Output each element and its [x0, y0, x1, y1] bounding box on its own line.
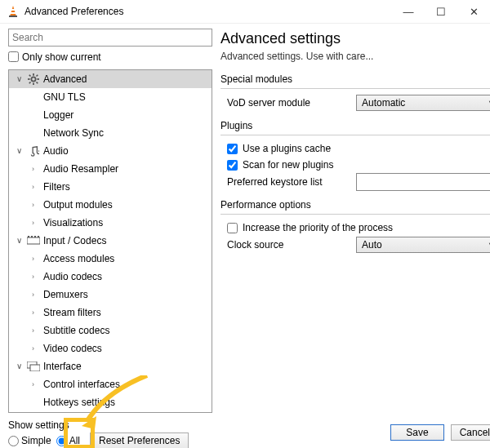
only-show-current-box[interactable]	[8, 51, 19, 62]
tree-audio-resampler[interactable]: ›Audio Resampler	[9, 160, 212, 178]
tree-label: Demuxers	[43, 289, 88, 300]
tree-visualizations[interactable]: ›Visualizations	[9, 214, 212, 232]
svg-line-12	[29, 82, 31, 83]
svg-rect-1	[11, 9, 16, 11]
tree-label: Control interfaces	[43, 379, 120, 390]
tree-label: Logger	[43, 109, 74, 121]
tree-main-interfaces[interactable]: ›Main interfaces	[9, 411, 212, 412]
tree-advanced[interactable]: ∨ Advanced	[9, 70, 212, 88]
settings-tree[interactable]: ∨ Advanced GNU TLS Logger Network Sync ∨…	[8, 69, 212, 413]
tree-demuxers[interactable]: ›Demuxers	[9, 286, 212, 304]
svg-rect-2	[11, 12, 16, 14]
maximize-button[interactable]: ☐	[425, 0, 457, 23]
svg-rect-16	[34, 236, 36, 237]
cancel-button[interactable]: Cancel	[451, 424, 490, 441]
scan-new-plugins-checkbox[interactable]: Scan for new plugins	[220, 157, 490, 173]
svg-point-4	[31, 77, 35, 81]
radio-all[interactable]: All	[56, 435, 80, 446]
tree-audio[interactable]: ∨ Audio	[9, 142, 212, 160]
tree-label: Input / Codecs	[43, 235, 106, 246]
tree-network-sync[interactable]: Network Sync	[9, 124, 212, 142]
tree-label: Subtitle codecs	[43, 325, 109, 336]
vod-server-select[interactable]: Automatic ▼	[356, 95, 490, 111]
tree-label: Audio	[43, 145, 69, 157]
gear-icon	[27, 73, 40, 85]
increase-priority-checkbox[interactable]: Increase the priority of the process	[220, 220, 490, 236]
checkbox-label: Increase the priority of the process	[243, 222, 393, 233]
panel-heading: Advanced settings	[220, 30, 490, 47]
tree-label: Stream filters	[43, 307, 101, 318]
svg-rect-17	[38, 236, 39, 237]
film-icon	[27, 236, 40, 246]
tree-output-modules[interactable]: ›Output modules	[9, 196, 212, 214]
svg-line-9	[29, 74, 31, 76]
tree-input-codecs[interactable]: ∨ Input / Codecs	[9, 232, 212, 250]
tree-subtitle-codecs[interactable]: ›Subtitle codecs	[9, 322, 212, 339]
tree-label: Access modules	[43, 253, 114, 264]
tree-label: Video codecs	[43, 343, 102, 354]
select-value: Auto	[362, 239, 382, 251]
group-plugins: Plugins	[220, 120, 490, 131]
svg-line-10	[37, 82, 38, 83]
tree-video-codecs[interactable]: ›Video codecs	[9, 339, 212, 357]
tree-label: Audio codecs	[43, 271, 102, 282]
tree-interface[interactable]: ∨ Interface	[9, 357, 212, 375]
app-icon	[7, 5, 20, 18]
vod-label: VoD server module	[220, 97, 350, 109]
svg-rect-13	[27, 237, 40, 244]
use-plugins-cache-checkbox[interactable]: Use a plugins cache	[220, 140, 490, 157]
svg-rect-19	[30, 365, 40, 371]
reset-preferences-button[interactable]: Reset Preferences	[90, 432, 189, 448]
tree-label: Audio Resampler	[43, 163, 118, 175]
group-performance: Performance options	[220, 199, 490, 211]
search-input[interactable]	[8, 29, 212, 47]
tree-logger[interactable]: Logger	[9, 106, 212, 124]
checkbox-label: Use a plugins cache	[243, 143, 331, 154]
svg-rect-14	[28, 236, 29, 237]
tree-access-modules[interactable]: ›Access modules	[9, 250, 212, 268]
tree-label: Output modules	[43, 199, 113, 211]
only-show-current-label: Only show current	[22, 51, 101, 63]
select-value: Automatic	[362, 97, 405, 109]
svg-rect-15	[31, 236, 33, 237]
minimize-button[interactable]: —	[392, 0, 425, 23]
tree-label: Filters	[43, 181, 70, 193]
tree-control-interfaces[interactable]: ›Control interfaces	[9, 375, 212, 393]
titlebar: Advanced Preferences — ☐ ✕	[0, 0, 490, 24]
checkbox-label: Scan for new plugins	[243, 159, 333, 171]
group-special-modules: Special modules	[220, 73, 490, 85]
preferred-keystore-input[interactable]	[356, 173, 490, 191]
radio-simple[interactable]: Simple	[8, 435, 51, 446]
tree-filters[interactable]: ›Filters	[9, 178, 212, 196]
window-title: Advanced Preferences	[24, 6, 392, 17]
tree-label: Visualizations	[43, 217, 103, 228]
save-button[interactable]: Save	[390, 424, 443, 441]
svg-line-11	[37, 74, 38, 76]
radio-all-label: All	[69, 435, 80, 446]
tree-audio-codecs[interactable]: ›Audio codecs	[9, 268, 212, 286]
panel-subheading: Advanced settings. Use with care...	[220, 51, 490, 62]
tree-label: Hotkeys settings	[43, 397, 115, 408]
clock-source-label: Clock source	[220, 239, 350, 251]
tree-label: Network Sync	[43, 127, 104, 139]
svg-marker-0	[10, 6, 16, 16]
music-note-icon	[27, 145, 40, 157]
close-button[interactable]: ✕	[457, 0, 490, 23]
radio-simple-label: Simple	[21, 435, 51, 446]
keystore-label: Preferred keystore list	[220, 176, 350, 188]
tree-hotkeys-settings[interactable]: Hotkeys settings	[9, 393, 212, 411]
tree-label: GNU TLS	[43, 91, 86, 103]
tree-label: Advanced	[43, 73, 87, 85]
clock-source-select[interactable]: Auto ▼	[356, 237, 490, 253]
tree-stream-filters[interactable]: ›Stream filters	[9, 304, 212, 322]
tree-label: Interface	[43, 361, 82, 372]
only-show-current-checkbox[interactable]: Only show current	[8, 47, 212, 69]
tree-gnu-tls[interactable]: GNU TLS	[9, 88, 212, 106]
show-settings-label: Show settings	[8, 419, 212, 431]
svg-rect-3	[9, 16, 17, 17]
interface-icon	[27, 362, 40, 371]
